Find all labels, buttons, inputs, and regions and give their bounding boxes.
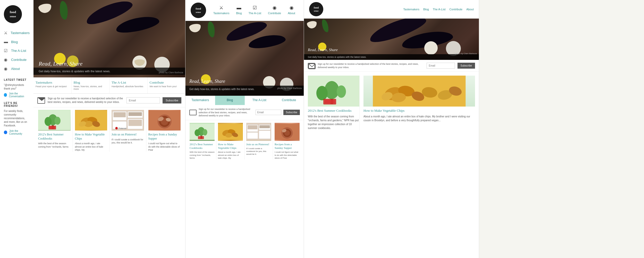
- card-sunday-supper: Recipes from a Sunday Supper I could not…: [146, 110, 183, 152]
- subscribe-button[interactable]: Subscribe: [163, 97, 181, 103]
- sidebar-item-contribute[interactable]: ◉ Contribute: [4, 55, 30, 64]
- book-icon: ▬: [4, 39, 9, 44]
- newsletter-text-2: Sign up for our newsletter to receive a …: [199, 108, 253, 117]
- hero-2-subtitle-text: Get daily how-tos, stories & updates wit…: [189, 88, 255, 91]
- top-nav-alist-label: The A-List: [249, 12, 261, 15]
- svg-rect-18: [114, 112, 126, 117]
- logo-text: foodsense: [10, 10, 16, 18]
- nav3-about[interactable]: About: [466, 8, 474, 11]
- tastemakers-icon: ⚔: [219, 5, 223, 11]
- logo-3[interactable]: foodsense: [309, 2, 323, 16]
- card2-pinterest-title[interactable]: Join us on Pinterest!: [246, 142, 271, 146]
- nav3-blog[interactable]: Blog: [423, 8, 429, 11]
- sidebar-nav-contribute-label[interactable]: Contribute: [11, 58, 27, 62]
- card-cookbooks-title[interactable]: 2012's Best Summer Cookbooks: [38, 133, 71, 141]
- email-input-3[interactable]: [427, 63, 455, 69]
- svg-rect-44: [259, 131, 270, 139]
- tab-alist[interactable]: The A-List Handpicked, absolute favorite…: [109, 77, 148, 93]
- card2-cookbooks-thumb: [190, 123, 215, 141]
- friends-text: For weekly finds, community recommendati…: [4, 109, 30, 127]
- sidebar-item-blog[interactable]: ▬ Blog: [4, 37, 30, 46]
- newsletter-2: Sign up for our newsletter to receive a …: [185, 105, 304, 120]
- sidebar-nav-blog-label[interactable]: Blog: [11, 40, 18, 44]
- top-nav-tastemakers[interactable]: ⚔ Tastemakers: [213, 5, 229, 15]
- card2-cookbooks: 2012's Best Summer Cookbooks With the be…: [188, 123, 216, 159]
- sidebar-nav-about-label[interactable]: About: [11, 67, 20, 71]
- tab2-blog[interactable]: Blog: [215, 96, 245, 105]
- twitter-icon: [4, 93, 7, 97]
- top-nav-contribute[interactable]: ◉ Contribute: [268, 5, 281, 15]
- col-right-title[interactable]: How to Make Vegetable Chips: [363, 109, 475, 113]
- tab2-alist[interactable]: The A-List: [245, 96, 274, 105]
- join-community-link[interactable]: Join the Community: [4, 130, 30, 135]
- panel-sidebar-layout: foodsense ⚔ Tastemakers ▬ Blog ☑ The A-L…: [0, 0, 185, 258]
- tweet-content: "@shinytoyrobots thank you!": [4, 83, 30, 91]
- mail-icon: [37, 97, 45, 104]
- tab2-contribute[interactable]: Contribute: [274, 96, 304, 105]
- tab-tastemakers[interactable]: Tastemakers Feast your eyes & get recipe…: [33, 77, 72, 93]
- col-right-text: About a month ago, I ate almost an entir…: [363, 115, 475, 122]
- tab-alist-title: The A-List: [112, 80, 145, 85]
- content-cols: 2012's Best Summer Cookbooks With the be…: [304, 72, 479, 134]
- card2-vegchips-title[interactable]: How to Make Vegetable Chips: [218, 142, 243, 150]
- sidebar-nav-alist-label[interactable]: The A-List: [11, 49, 26, 53]
- sidebar-logo[interactable]: foodsense: [4, 5, 22, 23]
- top-logo[interactable]: foodsense: [191, 3, 206, 18]
- email-input[interactable]: [126, 97, 160, 103]
- tab-contribute[interactable]: Contribute We want to hear from you!: [148, 77, 185, 93]
- top-nav-blog[interactable]: ▬ Blog: [236, 5, 242, 15]
- card-cookbooks: 2012's Best Summer Cookbooks With the be…: [36, 110, 73, 152]
- subscribe-button-2[interactable]: Subscribe: [283, 110, 300, 115]
- herb-deco: [58, 1, 70, 20]
- card2-pinterest: Join us on Pinterest! If I could curate …: [245, 123, 273, 159]
- panel-top-icon-nav: foodsense ⚔ Tastemakers ▬ Blog ☑ The A-L…: [185, 0, 304, 258]
- panel-compact-nav: foodsense Tastemakers Blog The A-List Co…: [304, 0, 479, 258]
- card-sunday-thumb: [148, 110, 181, 131]
- top-header: foodsense ⚔ Tastemakers ▬ Blog ☑ The A-L…: [185, 0, 304, 21]
- col-left-thumb: [308, 76, 359, 107]
- card-pinterest-title[interactable]: Join us on Pinterest!: [112, 133, 144, 137]
- card2-sunday: Recipes from a Sunday Supper I could not…: [273, 123, 301, 159]
- card-vegchips-thumb: [75, 110, 107, 131]
- svg-rect-46: [259, 125, 270, 128]
- hero-2-title: Read, Learn, Share: [189, 79, 225, 84]
- card2-cookbooks-title[interactable]: 2012's Best Summer Cookbooks: [190, 142, 215, 150]
- hero-title: Read, Learn, Share: [39, 60, 82, 67]
- card2-sunday-text: I could not figure out what to do with t…: [275, 151, 300, 159]
- tab-blog-desc: News, how-tos, stories, and more: [74, 85, 107, 90]
- bowl-3-1: [307, 20, 317, 29]
- col-left-title[interactable]: 2012's Best Summer Cookbooks: [308, 109, 359, 113]
- nav3-tastemakers[interactable]: Tastemakers: [403, 8, 419, 11]
- sidebar-nav: ⚔ Tastemakers ▬ Blog ☑ The A-List ◉ Cont…: [4, 28, 30, 73]
- photo-credit-3: * photo by Clare Barboza: [454, 52, 477, 55]
- card-sunday-title[interactable]: Recipes from a Sunday Supper: [148, 133, 181, 141]
- card2-vegchips-text: About a month ago, I ate almost an entir…: [218, 151, 243, 159]
- sidebar-nav-tastemakers-label[interactable]: Tastemakers: [11, 31, 30, 35]
- herb-2: [206, 21, 216, 38]
- top-nav-alist[interactable]: ☑ The A-List: [249, 5, 261, 15]
- nav3-alist[interactable]: The A-List: [433, 8, 446, 11]
- top-nav-about[interactable]: ◉ About: [288, 5, 295, 15]
- join-conversation-link[interactable]: Join the Conversation: [4, 92, 30, 98]
- top-logo-text: foodsense: [196, 7, 201, 14]
- photo-credit-2: photo by Clare Barboza: [277, 87, 302, 90]
- camera-icon-1: ◉: [4, 57, 9, 62]
- card2-pinterest-text: If I could curate a cookbook for you, th…: [246, 147, 271, 156]
- card2-vegchips: How to Make Vegetable Chips About a mont…: [216, 123, 245, 159]
- sidebar-item-about[interactable]: ◉ About: [4, 64, 30, 73]
- svg-rect-6: [49, 126, 55, 129]
- top-nav-about-label: About: [288, 12, 295, 15]
- left-col: 2012's Best Summer Cookbooks With the be…: [308, 76, 359, 130]
- subscribe-button-3[interactable]: Subscribe: [457, 63, 475, 69]
- sidebar: foodsense ⚔ Tastemakers ▬ Blog ☑ The A-L…: [0, 0, 33, 258]
- svg-point-32: [194, 129, 200, 136]
- card-vegchips-title[interactable]: How to Make Vegetable Chips: [75, 133, 107, 141]
- card2-sunday-title[interactable]: Recipes from a Sunday Supper: [275, 142, 300, 150]
- tab2-tastemakers[interactable]: Tastemakers: [185, 96, 215, 105]
- nav3-contribute[interactable]: Contribute: [449, 8, 462, 11]
- email-input-2[interactable]: [256, 110, 281, 115]
- tab-tastemakers-desc: Feast your eyes & get recipes!: [36, 85, 69, 88]
- sidebar-item-alist[interactable]: ☑ The A-List: [4, 46, 30, 55]
- tab-blog[interactable]: Blog News, how-tos, stories, and more: [72, 77, 110, 93]
- sidebar-item-tastemakers[interactable]: ⚔ Tastemakers: [4, 28, 30, 37]
